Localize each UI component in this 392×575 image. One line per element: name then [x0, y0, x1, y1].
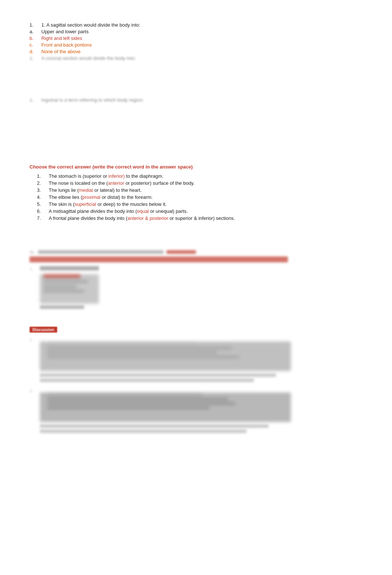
ci3-highlight: medial	[79, 187, 93, 193]
ci5-highlight: superficial	[75, 201, 96, 207]
ci6-highlight: equal	[137, 208, 149, 214]
discussion-row-2: 2.	[30, 388, 362, 433]
ci5-text: The skin is (superficial or deep) to the…	[49, 201, 166, 207]
blurred-image-area: 1.	[30, 266, 362, 309]
opt-b-text: Right and left sides	[41, 35, 82, 41]
blurred-line-bar	[38, 250, 164, 254]
choose-item-2: 2. The nose is located on the (anterior …	[37, 180, 362, 186]
spacer-1	[30, 68, 362, 97]
opt-c-label: c.	[30, 42, 41, 48]
ci4-text: The elbow lies (proximal or distal) to t…	[49, 194, 153, 200]
discussion-label: Discussion	[30, 327, 57, 333]
ci6-num: 6.	[37, 208, 49, 214]
blurred-block-line-2	[40, 305, 84, 309]
blurred-inguinal: 1. Inguinal is a term referring to which…	[30, 97, 362, 103]
disc-line-1a	[40, 373, 276, 377]
choose-item-3: 3. The lungs lie (medial or lateral) to …	[37, 187, 362, 193]
disc-content-1	[40, 337, 362, 382]
q1-label: 1.	[30, 22, 41, 28]
opt-a-label: a.	[30, 29, 41, 34]
ci7-num: 7.	[37, 215, 49, 221]
ci6-text: A midsagittal plane divides the body int…	[49, 208, 188, 214]
disc-num-1: 1.	[30, 337, 40, 382]
ci7-highlight: anterior & posterior	[127, 215, 168, 221]
discussion-row-1: 1.	[30, 337, 362, 382]
section-1: 1. 1. A sagittal section would divide th…	[30, 22, 362, 61]
disc-line-2a	[40, 424, 269, 428]
opt-a-text: Upper and lower parts	[41, 29, 89, 34]
option-c: c. Front and back portions	[30, 42, 362, 48]
ci3-text: The lungs lie (medial or lateral) to the…	[49, 187, 141, 193]
blurred-line-row: 11.	[30, 250, 362, 254]
blurred-num: 1.	[30, 266, 40, 309]
ci7-text: A frontal plane divides the body into (a…	[49, 215, 235, 221]
ci1-highlight: inferior)	[109, 173, 125, 179]
opt-d-text: None of the above	[41, 49, 80, 54]
blurred-bottom-section: 11. 1.	[30, 250, 362, 309]
inguinal-text: Inguinal is a term referring to which bo…	[41, 97, 144, 103]
section-2: 1. Inguinal is a term referring to which…	[30, 97, 362, 103]
option-b: b. Right and left sides	[30, 35, 362, 41]
disc-num-2: 2.	[30, 388, 40, 433]
choose-title: Choose the correct answer (write the cor…	[30, 164, 362, 170]
spacer-4	[30, 316, 362, 327]
question-1: 1. 1. A sagittal section would divide th…	[30, 22, 362, 28]
disc-content-2	[40, 388, 362, 433]
opt-b-label: b.	[30, 35, 41, 41]
option-d: d. None of the above	[30, 49, 362, 54]
blurred-content-block	[40, 266, 99, 309]
ci2-text: The nose is located on the (anterior or …	[49, 180, 195, 186]
blurred-red-heading	[30, 256, 288, 262]
disc-img-2	[40, 392, 291, 422]
choose-item-6: 6. A midsagittal plane divides the body …	[37, 208, 362, 214]
spacer-2	[30, 109, 362, 161]
choose-list: 1. The stomach is (superior or inferior)…	[37, 173, 362, 221]
q1-text: 1. A sagittal section would divide the b…	[41, 22, 140, 28]
ci3-num: 3.	[37, 187, 49, 193]
choose-item-1: 1. The stomach is (superior or inferior)…	[37, 173, 362, 179]
blurred-line-bar-red	[166, 250, 196, 254]
option-a: a. Upper and lower parts	[30, 29, 362, 34]
ci1-num: 1.	[37, 173, 49, 179]
ci4-num: 4.	[37, 194, 49, 200]
choose-item-5: 5. The skin is (superficial or deep) to …	[37, 201, 362, 207]
blurred-label: 1.	[30, 55, 41, 61]
blurred-line-label: 11.	[30, 250, 35, 254]
blurred-block-line-1	[40, 266, 99, 271]
disc-img-1	[40, 341, 291, 371]
opt-d-label: d.	[30, 49, 41, 54]
opt-c-text: Front and back portions	[41, 42, 92, 48]
ci4-highlight: proximal	[82, 194, 100, 200]
blurred-text: A coronal section would divide the body …	[41, 55, 136, 61]
choose-item-7: 7. A frontal plane divides the body into…	[37, 215, 362, 221]
inguinal-label: 1.	[30, 97, 41, 103]
choose-section: Choose the correct answer (write the cor…	[30, 164, 362, 221]
ci1-text: The stomach is (superior or inferior) to…	[49, 173, 164, 179]
choose-item-4: 4. The elbow lies (proximal or distal) t…	[37, 194, 362, 200]
disc-line-2b	[40, 429, 247, 433]
discussion-section: Discussion 1. 2.	[30, 327, 362, 433]
ci5-num: 5.	[37, 201, 49, 207]
blurred-question-line: 1. A coronal section would divide the bo…	[30, 55, 362, 61]
ci2-highlight: anterior	[108, 180, 124, 186]
disc-line-1b	[40, 378, 254, 382]
blurred-block-image	[40, 274, 99, 304]
ci2-num: 2.	[37, 180, 49, 186]
spacer-3	[30, 228, 362, 250]
